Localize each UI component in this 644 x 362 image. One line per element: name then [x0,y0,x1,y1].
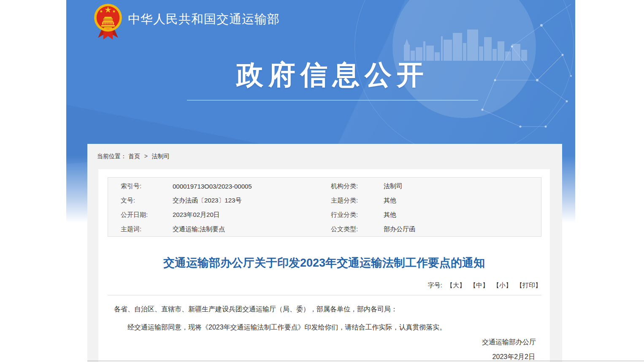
meta-value-date: 2023年02月20日 [173,211,331,219]
article-date: 2023年2月2日 [492,353,535,362]
meta-label-org: 机构分类: [331,182,384,190]
breadcrumb-label: 当前位置： [97,153,127,159]
meta-label-topic: 主题分类: [331,197,384,205]
banner-title: 政府信息公开 [187,57,478,93]
breadcrumb-home-link[interactable]: 首页 [128,153,140,159]
document-meta-table: 索引号: 000019713O03/2023-00005 机构分类: 法制司 文… [108,177,541,237]
font-size-medium-button[interactable]: 【中】 [470,281,489,289]
meta-value-topic: 其他 [384,197,541,205]
font-size-controls: 字号: 【大】 【中】 【小】 【打印】 [428,281,541,289]
breadcrumb: 当前位置： 首页 > 法制司 [97,153,170,160]
viewport-bottom-line [87,361,644,361]
site-name[interactable]: 中华人民共和国交通运输部 [128,11,280,28]
meta-label-docnum: 文号: [121,197,173,205]
breadcrumb-current-link[interactable]: 法制司 [152,153,170,159]
page-title: 交通运输部办公厅关于印发2023年交通运输法制工作要点的通知 [98,255,550,270]
meta-label-keywords: 主题词: [121,225,173,233]
breadcrumb-separator: > [144,153,148,159]
print-button[interactable]: 【打印】 [516,281,541,289]
content-panel: 当前位置： 首页 > 法制司 索引号: 000019713O03/2023-00… [87,144,562,362]
meta-value-index: 000019713O03/2023-00005 [173,183,331,190]
font-size-label: 字号: [428,281,442,289]
meta-label-index: 索引号: [121,182,173,190]
font-size-small-button[interactable]: 【小】 [493,281,512,289]
article-signature: 交通运输部办公厅 [482,338,536,347]
national-emblem-icon [93,3,123,41]
meta-value-org: 法制司 [384,182,541,190]
meta-value-doctype: 部办公厅函 [384,225,541,233]
meta-value-keywords: 交通运输;法制要点 [173,225,331,233]
title-divider [108,295,541,295]
table-row: 文号: 交办法函〔2023〕123号 主题分类: 其他 [121,193,541,208]
article-card: 索引号: 000019713O03/2023-00005 机构分类: 法制司 文… [98,169,550,362]
table-row: 主题词: 交通运输;法制要点 公文类型: 部办公厅函 [121,222,541,236]
table-row: 索引号: 000019713O03/2023-00005 机构分类: 法制司 [121,179,541,193]
meta-label-date: 公开日期: [121,211,173,219]
meta-label-industry: 行业分类: [331,211,384,219]
meta-label-doctype: 公文类型: [331,225,384,233]
font-size-large-button[interactable]: 【大】 [446,281,465,289]
banner-title-underline [187,100,478,100]
meta-value-industry: 其他 [384,211,541,219]
article-paragraph: 经交通运输部同意，现将《2023年交通运输法制工作要点》印发给你们，请结合工作实… [127,322,533,333]
meta-value-docnum: 交办法函〔2023〕123号 [173,197,331,205]
page: 中华人民共和国交通运输部 政府信息公开 当前位置： 首页 > 法制司 索引号: … [0,0,644,362]
table-row: 公开日期: 2023年02月20日 行业分类: 其他 [121,208,541,222]
article-paragraph: 各省、自治区、直辖市、新疆生产建设兵团交通运输厅（局、委），部属各单位，部内各司… [114,304,533,315]
